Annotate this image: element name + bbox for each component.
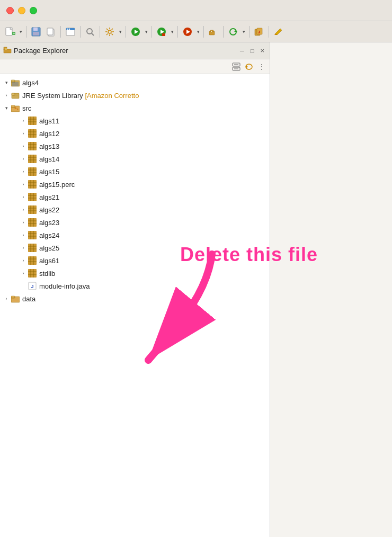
- svg-rect-109: [28, 244, 37, 252]
- chevron-algs13[interactable]: ›: [19, 144, 28, 149]
- chevron-algs21[interactable]: ›: [19, 194, 28, 200]
- tree-item-module-infojava[interactable]: J module-info.java: [0, 280, 270, 292]
- tree-item-data[interactable]: › data: [0, 292, 270, 305]
- svg-rect-51: [11, 80, 15, 82]
- sep3: [80, 26, 81, 38]
- chevron-jre[interactable]: ›: [2, 93, 11, 98]
- package-icon: [28, 116, 37, 126]
- svg-line-22: [112, 29, 113, 30]
- tree-item-algs23[interactable]: › algs23: [0, 216, 270, 229]
- coverage-dropdown-button[interactable]: ▾: [170, 25, 175, 39]
- chevron-data[interactable]: ›: [2, 296, 11, 301]
- close-button[interactable]: [6, 7, 14, 14]
- tree-item-algs24[interactable]: › algs24: [0, 229, 270, 241]
- sep9: [223, 26, 224, 38]
- chevron-algs12[interactable]: ›: [19, 131, 28, 136]
- package-explorer-tree[interactable]: ▾ algs4 ›: [0, 74, 270, 537]
- titlebar: [0, 0, 392, 21]
- tree-item-algs15[interactable]: › algs15: [0, 165, 270, 178]
- debug-dropdown-button[interactable]: ▾: [195, 25, 201, 39]
- search-button[interactable]: [83, 25, 97, 39]
- package-icon: [28, 268, 37, 278]
- tree-item-stdlib[interactable]: › stdlib: [0, 267, 270, 280]
- tree-item-algs14[interactable]: › algs14: [0, 153, 270, 165]
- run-button[interactable]: [129, 25, 142, 39]
- svg-rect-42: [4, 49, 11, 53]
- tree-item-algs12[interactable]: › algs12: [0, 127, 270, 140]
- svg-point-12: [69, 28, 70, 29]
- new-dropdown-button[interactable]: ▾: [18, 25, 23, 39]
- settings-dropdown-button[interactable]: ▾: [118, 25, 123, 39]
- src-folder-icon: [11, 103, 20, 113]
- panel-minimize-button[interactable]: ─: [238, 47, 246, 55]
- package-icon: [28, 141, 37, 151]
- chevron-algs15[interactable]: ›: [19, 169, 28, 174]
- chevron-algs23[interactable]: ›: [19, 220, 28, 225]
- tree-label-module-info.java: module-info.java: [39, 282, 90, 290]
- svg-rect-94: [28, 205, 37, 214]
- chevron-stdlib[interactable]: ›: [19, 271, 28, 276]
- chevron-algs15.perc[interactable]: ›: [19, 182, 28, 187]
- package-icon: [28, 129, 37, 138]
- tree-item-algs21[interactable]: › algs21: [0, 191, 270, 203]
- chevron-algs25[interactable]: ›: [19, 245, 28, 250]
- svg-marker-48: [246, 65, 248, 68]
- run-dropdown-button[interactable]: ▾: [144, 25, 149, 39]
- tree-item-algs13[interactable]: › algs13: [0, 140, 270, 153]
- svg-line-21: [112, 33, 113, 35]
- external-tools-button[interactable]: [207, 25, 220, 39]
- open-type-button[interactable]: J: [252, 25, 266, 39]
- maximize-button[interactable]: [30, 7, 37, 14]
- save-button[interactable]: [29, 25, 43, 39]
- jre-icon: [11, 91, 20, 100]
- tree-label-algs22: algs22: [39, 206, 59, 214]
- tree-item-jre[interactable]: › JRE System Library [Amazon Corretto: [0, 89, 270, 102]
- svg-text:+: +: [13, 31, 15, 36]
- tree-item-algs22[interactable]: › algs22: [0, 203, 270, 216]
- tree-label-algs25: algs25: [39, 244, 59, 252]
- chevron-src[interactable]: ▾: [2, 105, 11, 111]
- refresh-dropdown-button[interactable]: ▾: [241, 25, 246, 39]
- svg-rect-69: [28, 142, 37, 150]
- package-icon: [28, 154, 37, 164]
- svg-rect-58: [11, 105, 15, 107]
- panel-toolbar: ⋮: [0, 59, 270, 74]
- main-toolbar: + ▾: [0, 21, 392, 42]
- svg-rect-84: [28, 180, 37, 189]
- tree-item-src[interactable]: ▾ src: [0, 102, 270, 114]
- refresh-button[interactable]: [226, 25, 240, 39]
- package-icon: [28, 167, 37, 176]
- chevron-algs11[interactable]: ›: [19, 118, 28, 123]
- package-icon: [28, 218, 37, 227]
- browse-button[interactable]: [64, 25, 77, 39]
- link-with-editor-button[interactable]: [243, 61, 255, 73]
- annotate-button[interactable]: [272, 25, 286, 39]
- tree-item-algs15perc[interactable]: › algs15.perc: [0, 178, 270, 191]
- new-file-button[interactable]: +: [3, 25, 17, 39]
- svg-rect-55: [13, 95, 18, 95]
- copy-button[interactable]: [44, 25, 58, 39]
- panel-maximize-button[interactable]: □: [248, 47, 256, 55]
- debug-button[interactable]: [181, 25, 194, 39]
- sep6: [152, 26, 152, 38]
- view-menu-button[interactable]: ⋮: [256, 61, 268, 73]
- tree-label-algs24: algs24: [39, 231, 59, 239]
- sep10: [249, 26, 250, 38]
- tree-label-data: data: [22, 295, 35, 303]
- svg-rect-52: [12, 82, 19, 86]
- chevron-algs4[interactable]: ▾: [2, 80, 11, 85]
- chevron-algs14[interactable]: ›: [19, 156, 28, 162]
- coverage-button[interactable]: [155, 25, 168, 39]
- chevron-algs61[interactable]: ›: [19, 258, 28, 263]
- settings-button[interactable]: [103, 25, 117, 39]
- tree-item-algs4[interactable]: ▾ algs4: [0, 76, 270, 89]
- collapse-all-button[interactable]: [230, 61, 242, 73]
- panel-close-button[interactable]: ×: [258, 46, 266, 56]
- minimize-button[interactable]: [18, 7, 25, 14]
- chevron-algs22[interactable]: ›: [19, 207, 28, 212]
- sep8: [203, 26, 204, 38]
- tree-item-algs11[interactable]: › algs11: [0, 114, 270, 127]
- data-folder-icon: [11, 294, 20, 303]
- package-icon: [28, 192, 37, 202]
- chevron-algs24[interactable]: ›: [19, 232, 28, 238]
